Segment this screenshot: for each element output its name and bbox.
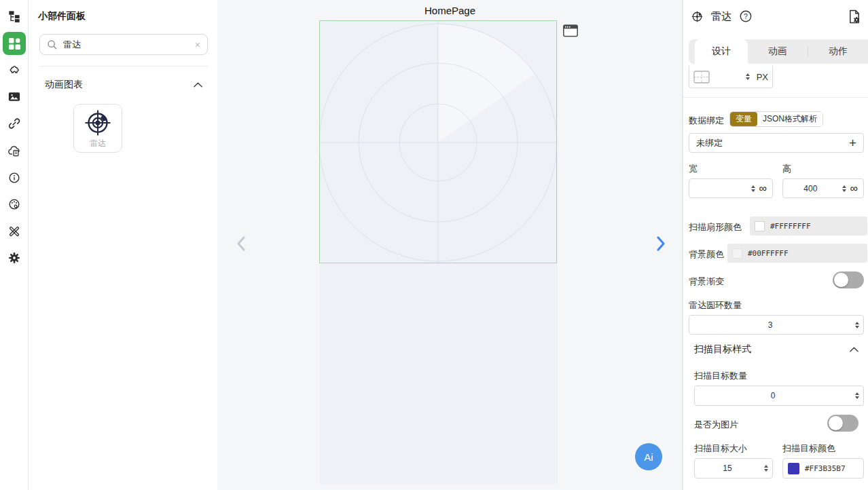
radar-widget-icon xyxy=(84,109,111,136)
toggle-knob xyxy=(829,416,843,430)
next-page-chevron-icon[interactable] xyxy=(654,235,668,255)
target-size-input[interactable] xyxy=(695,464,760,473)
ring-count-input-group xyxy=(689,315,864,335)
height-infinity-icon[interactable]: ∞ xyxy=(850,183,863,194)
inspector-divider xyxy=(683,97,868,98)
px-stepper[interactable] xyxy=(742,73,754,80)
background-gradient-label: 背景渐变 xyxy=(689,276,724,288)
page-title: HomePage xyxy=(217,5,683,16)
radar-widget-selection[interactable] xyxy=(319,20,557,263)
palette-icon[interactable] xyxy=(8,198,20,212)
background-color-label: 背景颜色 xyxy=(689,248,724,261)
target-size-input-group xyxy=(694,458,773,478)
radar-preview xyxy=(320,21,556,263)
prev-page-chevron-icon[interactable] xyxy=(234,235,248,255)
data-binding-label: 数据绑定 xyxy=(689,115,724,127)
target-style-section-title: 扫描目标样式 xyxy=(694,343,751,356)
section-title: 动画图表 xyxy=(45,79,83,91)
binding-json-parse-button[interactable]: JSON格式解析 xyxy=(757,112,822,126)
cloud-doc-icon[interactable] xyxy=(8,145,20,158)
height-input[interactable] xyxy=(783,184,838,193)
position-box-icon xyxy=(693,71,710,83)
chevron-up-icon[interactable] xyxy=(850,347,858,352)
is-image-label: 是否为图片 xyxy=(694,419,738,431)
ring-count-label: 雷达圆环数量 xyxy=(689,299,742,312)
plugin-icon[interactable] xyxy=(8,64,20,78)
info-icon[interactable] xyxy=(8,172,20,185)
background-color-swatch xyxy=(732,248,742,259)
width-label: 宽 xyxy=(689,163,698,175)
target-color-swatch xyxy=(788,463,799,474)
height-label: 高 xyxy=(782,163,791,175)
px-unit-label: PX xyxy=(757,72,768,82)
background-gradient-toggle[interactable] xyxy=(833,271,864,288)
ring-count-input[interactable] xyxy=(689,320,851,330)
section-animated-charts[interactable]: 动画图表 xyxy=(45,79,202,91)
target-color-label: 扫描目标颜色 xyxy=(782,442,835,455)
target-count-stepper[interactable] xyxy=(851,392,863,399)
widget-panel: 小部件面板 × 动画图表 雷达 xyxy=(29,0,217,490)
target-color-value: #FF3B35B7 xyxy=(805,464,846,473)
scan-sector-color-swatch xyxy=(755,221,765,231)
width-input[interactable] xyxy=(689,184,747,193)
target-count-input-group xyxy=(694,385,864,406)
inspector-panel: 雷达 ? 设计 动画 动作 PX 数据绑定 变量 JSON格式解析 xyxy=(683,0,868,490)
preview-window-icon[interactable] xyxy=(563,24,578,37)
binding-mode-switch: 变量 JSON格式解析 xyxy=(729,111,823,127)
ring-count-stepper[interactable] xyxy=(851,322,863,328)
add-binding-icon[interactable]: + xyxy=(849,136,856,149)
ai-assistant-button[interactable]: Ai xyxy=(635,443,662,470)
widget-panel-title: 小部件面板 xyxy=(38,10,86,22)
tab-design[interactable]: 设计 xyxy=(695,39,748,64)
image-icon[interactable] xyxy=(8,91,20,105)
svg-text:?: ? xyxy=(744,12,748,20)
link-icon[interactable] xyxy=(8,117,20,131)
inspector-tabbar: 设计 动画 动作 xyxy=(689,39,868,64)
tab-action[interactable]: 动作 xyxy=(808,39,868,64)
widgets-icon[interactable] xyxy=(3,32,26,55)
target-size-stepper[interactable] xyxy=(760,465,772,472)
inspector-header: 雷达 ? xyxy=(691,8,861,24)
background-color-value: #00FFFFFF xyxy=(748,249,789,258)
page-canvas[interactable] xyxy=(320,20,558,484)
settings-gear-icon[interactable] xyxy=(8,252,20,265)
binding-select[interactable]: 未绑定 + xyxy=(689,133,864,153)
outline-tree-icon[interactable] xyxy=(8,10,20,23)
binding-variable-button[interactable]: 变量 xyxy=(730,112,757,126)
tab-animation[interactable]: 动画 xyxy=(748,39,808,64)
scan-sector-color-picker[interactable]: #FFFFFFFF xyxy=(750,216,867,235)
target-count-label: 扫描目标数量 xyxy=(694,370,747,382)
background-color-picker[interactable]: #00FFFFFF xyxy=(727,244,867,263)
widget-card-radar[interactable]: 雷达 xyxy=(73,104,122,153)
target-color-picker[interactable]: #FF3B35B7 xyxy=(782,458,864,478)
width-stepper[interactable] xyxy=(747,185,759,192)
left-icon-rail xyxy=(0,0,29,490)
help-icon[interactable]: ? xyxy=(740,10,752,22)
height-input-group: ∞ xyxy=(782,178,864,198)
px-unit-field[interactable]: PX xyxy=(689,66,773,88)
chevron-up-icon[interactable] xyxy=(194,82,202,88)
target-size-label: 扫描目标大小 xyxy=(694,442,747,455)
selected-widget-title: 雷达 xyxy=(711,10,731,23)
toggle-knob xyxy=(834,273,848,287)
clear-search-icon[interactable]: × xyxy=(195,40,200,50)
target-count-input[interactable] xyxy=(695,391,851,400)
binding-select-value: 未绑定 xyxy=(696,137,723,149)
page-settings-icon[interactable] xyxy=(848,10,861,24)
height-stepper[interactable] xyxy=(838,185,850,192)
search-icon xyxy=(47,39,58,50)
target-style-section-header[interactable]: 扫描目标样式 xyxy=(694,343,858,356)
canvas-area: HomePage Ai xyxy=(217,0,683,490)
app-root: 小部件面板 × 动画图表 雷达 HomePage xyxy=(0,0,868,490)
radar-icon xyxy=(691,11,703,22)
widget-card-label: 雷达 xyxy=(90,138,106,149)
scan-sector-color-label: 扫描扇形颜色 xyxy=(689,221,742,233)
widget-search-input[interactable] xyxy=(63,39,195,50)
is-image-toggle[interactable] xyxy=(827,415,858,432)
panel-divider xyxy=(39,66,208,67)
width-input-group: ∞ xyxy=(689,178,773,198)
width-infinity-icon[interactable]: ∞ xyxy=(759,183,772,194)
widget-search[interactable]: × xyxy=(39,34,208,55)
tools-icon[interactable] xyxy=(8,225,20,239)
scan-sector-color-value: #FFFFFFFF xyxy=(770,222,811,231)
